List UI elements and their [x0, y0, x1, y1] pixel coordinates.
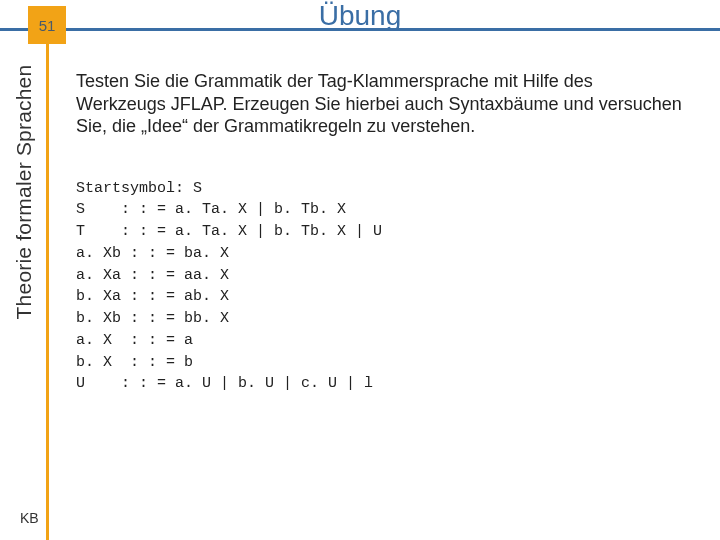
content-area: Testen Sie die Grammatik der Tag-Klammer…	[76, 70, 686, 395]
grammar-block: Startsymbol: S S : : = a. Ta. X | b. Tb.…	[76, 178, 686, 396]
intro-paragraph: Testen Sie die Grammatik der Tag-Klammer…	[76, 70, 686, 138]
slide-title: Übung	[0, 0, 720, 32]
footer-label: KB	[20, 510, 39, 526]
vertical-divider	[46, 31, 49, 540]
sidebar-label: Theorie formaler Sprachen	[12, 62, 36, 322]
